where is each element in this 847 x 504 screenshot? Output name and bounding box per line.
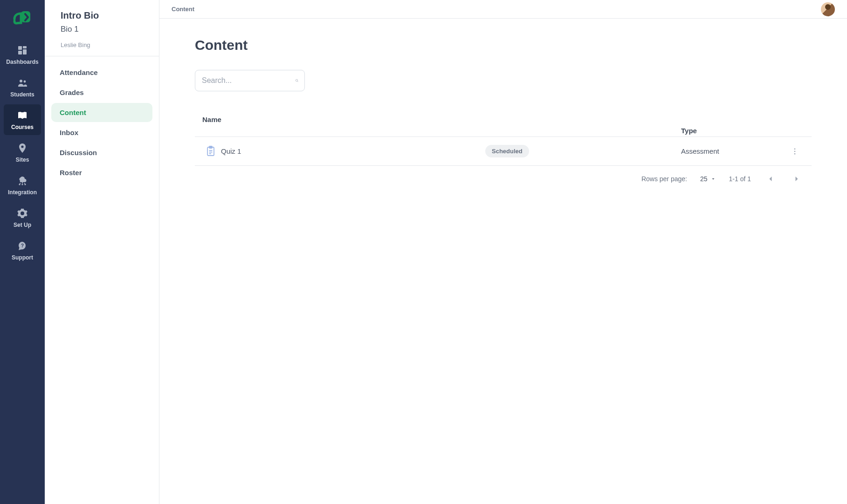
help-chat-icon: ? [17, 240, 28, 252]
rows-per-page-label: Rows per page: [641, 175, 687, 183]
svg-point-22 [794, 153, 796, 154]
chevron-left-icon [766, 174, 775, 184]
svg-rect-2 [23, 46, 27, 48]
subnav-item-attendance[interactable]: Attendance [51, 63, 152, 82]
nav-item-support[interactable]: ? Support [4, 235, 41, 266]
book-icon [17, 110, 28, 121]
svg-point-5 [20, 80, 22, 82]
course-instructor: Leslie Bing [61, 41, 146, 48]
nav-item-setup[interactable]: Set Up [4, 202, 41, 233]
search-icon [295, 75, 299, 86]
nav-item-integration[interactable]: Integration [4, 170, 41, 200]
nav-label: Set Up [14, 222, 31, 228]
nav-item-courses[interactable]: Courses [4, 104, 41, 135]
search-box[interactable] [195, 70, 305, 91]
row-status: Scheduled [485, 145, 588, 157]
col-name[interactable]: Name [200, 116, 485, 123]
row-menu-button[interactable] [784, 147, 806, 156]
nav-item-students[interactable]: Students [4, 72, 41, 102]
course-header: Intro Bio Bio 1 Leslie Bing [45, 0, 159, 56]
topbar: Content [159, 0, 847, 19]
chevron-right-icon [792, 174, 801, 184]
chevron-down-icon [710, 176, 716, 182]
pagination-range: 1-1 of 1 [729, 175, 751, 183]
row-type: Assessment [681, 147, 784, 155]
logo-icon [12, 9, 33, 28]
table-row[interactable]: Quiz 1 Scheduled Assessment [195, 137, 812, 166]
svg-line-14 [297, 81, 298, 82]
course-subnav: Intro Bio Bio 1 Leslie Bing Attendance G… [45, 0, 159, 504]
course-subtitle: Bio 1 [61, 25, 146, 34]
avatar[interactable] [821, 2, 835, 16]
svg-rect-7 [22, 112, 23, 119]
rows-per-page-select[interactable]: 25 [700, 175, 716, 183]
table-header: Name Type [195, 114, 812, 137]
primary-nav: Dashboards Students Courses Sites Integr… [0, 0, 45, 504]
subnav-item-grades[interactable]: Grades [51, 83, 152, 102]
content-table: Name Type Quiz 1 Scheduled [195, 114, 812, 166]
breadcrumb[interactable]: Content [172, 6, 194, 13]
svg-point-20 [794, 148, 796, 150]
svg-point-6 [24, 81, 26, 83]
dashboard-icon [17, 45, 28, 56]
pagination-next-button[interactable] [790, 172, 803, 185]
svg-point-21 [794, 150, 796, 152]
rows-per-page-value: 25 [700, 175, 708, 183]
svg-point-10 [21, 184, 23, 185]
subnav-list: Attendance Grades Content Inbox Discussi… [45, 56, 159, 190]
svg-point-8 [21, 145, 23, 148]
more-vertical-icon [791, 147, 799, 156]
svg-text:?: ? [21, 243, 24, 248]
app-logo[interactable] [8, 5, 36, 33]
row-name: Quiz 1 [221, 147, 485, 155]
subnav-item-discussion[interactable]: Discussion [51, 143, 152, 162]
pin-icon [17, 143, 28, 154]
nav-label: Sites [16, 157, 29, 163]
pagination-prev-button[interactable] [764, 172, 777, 185]
search-input[interactable] [202, 76, 295, 85]
main-area: Content Content Name Type [159, 0, 847, 504]
subnav-item-content[interactable]: Content [51, 103, 152, 122]
subnav-item-roster[interactable]: Roster [51, 163, 152, 182]
svg-rect-3 [23, 49, 27, 54]
cloud-network-icon [17, 175, 28, 186]
nav-label: Support [12, 254, 33, 261]
pagination: Rows per page: 25 1-1 of 1 [195, 166, 812, 185]
doc-icon [200, 146, 221, 157]
svg-rect-1 [18, 46, 22, 50]
subnav-item-inbox[interactable]: Inbox [51, 123, 152, 142]
nav-label: Students [10, 91, 34, 98]
col-type[interactable]: Type [681, 127, 784, 135]
nav-label: Courses [11, 124, 34, 130]
nav-label: Integration [8, 189, 37, 196]
people-icon [17, 77, 28, 89]
content-body: Content Name Type [159, 19, 847, 204]
nav-item-dashboards[interactable]: Dashboards [4, 39, 41, 70]
nav-label: Dashboards [6, 59, 38, 65]
nav-item-sites[interactable]: Sites [4, 137, 41, 168]
course-title: Intro Bio [61, 10, 146, 21]
svg-rect-4 [18, 51, 22, 54]
gear-icon [17, 208, 28, 219]
status-chip: Scheduled [485, 145, 529, 157]
svg-point-13 [296, 79, 297, 81]
page-title: Content [195, 37, 812, 53]
